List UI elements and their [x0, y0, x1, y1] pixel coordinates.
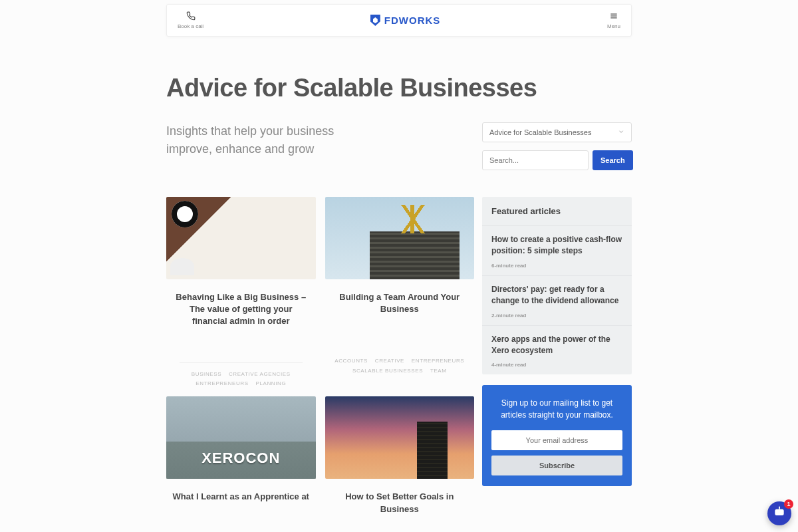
- article-card[interactable]: XEROCON What I Learnt as an Apprentice a…: [166, 396, 316, 515]
- svg-point-7: [779, 507, 780, 508]
- signup-box: Sign up to our mailing list to get artic…: [482, 385, 632, 486]
- filter-controls: Advice for Scalable Businesses Search: [482, 122, 632, 170]
- menu-button[interactable]: Menu: [607, 11, 620, 29]
- article-tags: ACCOUNTS CREATIVE ENTREPRENEURS SCALABLE…: [325, 356, 475, 376]
- featured-meta: 2-minute read: [491, 313, 622, 319]
- search-button[interactable]: Search: [593, 150, 633, 170]
- brand-text: FDWORKS: [384, 15, 441, 26]
- featured-meta: 6-minute read: [491, 263, 622, 269]
- article-thumbnail: XEROCON: [166, 396, 316, 479]
- featured-title: How to create a positive cash-flow posit…: [491, 234, 622, 257]
- book-call-button[interactable]: Book a call: [178, 11, 203, 29]
- article-thumbnail: [325, 197, 475, 279]
- shield-icon: [370, 15, 380, 26]
- featured-heading: Featured articles: [482, 197, 632, 226]
- signup-text: Sign up to our mailing list to get artic…: [491, 397, 622, 421]
- article-tags: BUSINESS CREATIVE AGENCIES ENTREPRENEURS…: [180, 362, 303, 389]
- page-title: Advice for Scalable Businesses: [166, 74, 632, 102]
- featured-item[interactable]: How to create a positive cash-flow posit…: [482, 226, 632, 276]
- svg-point-4: [777, 511, 778, 513]
- menu-label: Menu: [607, 23, 620, 29]
- phone-icon: [186, 11, 196, 22]
- chat-badge: 1: [784, 499, 793, 509]
- article-title: How to Set Better Goals in Business: [325, 491, 475, 515]
- top-bar: Book a call FDWORKS Menu: [166, 4, 632, 37]
- featured-meta: 4-minute read: [491, 362, 622, 368]
- svg-point-5: [780, 511, 781, 513]
- article-grid: Behaving Like a Big Business – The value…: [166, 197, 474, 515]
- article-thumbnail: [166, 197, 316, 279]
- search-input[interactable]: [482, 150, 589, 170]
- category-selected: Advice for Scalable Businesses: [489, 128, 591, 136]
- subscribe-button[interactable]: Subscribe: [491, 456, 622, 475]
- featured-item[interactable]: Directors' pay: get ready for a change t…: [482, 276, 632, 326]
- featured-item[interactable]: Xero apps and the power of the Xero ecos…: [482, 326, 632, 375]
- featured-articles: Featured articles How to create a positi…: [482, 197, 632, 374]
- book-call-label: Book a call: [178, 23, 203, 29]
- chat-widget[interactable]: 1: [767, 501, 791, 515]
- page-subtitle: Insights that help your business improve…: [166, 122, 334, 158]
- svg-rect-3: [775, 509, 783, 515]
- article-card[interactable]: Building a Team Around Your Business ACC…: [325, 197, 475, 388]
- chevron-down-icon: [618, 128, 624, 136]
- article-thumbnail: [325, 396, 475, 479]
- sidebar: Featured articles How to create a positi…: [482, 197, 632, 486]
- article-title: What I Learnt as an Apprentice at: [166, 491, 316, 503]
- email-input[interactable]: [491, 430, 622, 450]
- featured-title: Directors' pay: get ready for a change t…: [491, 284, 622, 307]
- brand-logo[interactable]: FDWORKS: [370, 15, 441, 26]
- article-card[interactable]: How to Set Better Goals in Business: [325, 396, 475, 515]
- featured-title: Xero apps and the power of the Xero ecos…: [491, 334, 622, 357]
- article-title: Building a Team Around Your Business: [325, 291, 475, 315]
- menu-icon: [609, 11, 618, 22]
- category-select[interactable]: Advice for Scalable Businesses: [482, 122, 632, 142]
- article-card[interactable]: Behaving Like a Big Business – The value…: [166, 197, 316, 388]
- article-title: Behaving Like a Big Business – The value…: [166, 291, 316, 328]
- chat-icon: [773, 505, 786, 515]
